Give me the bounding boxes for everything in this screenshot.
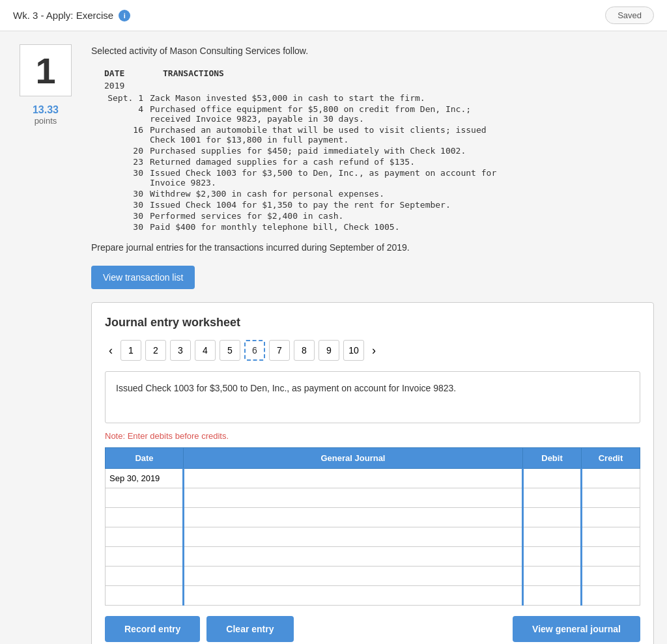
year-row: 2019 [104,81,654,91]
journal-debit-input[interactable] [524,488,580,507]
view-transaction-list-button[interactable]: View transaction list [91,266,195,289]
journal-date-input[interactable] [106,469,182,488]
page-button-2[interactable]: 2 [145,340,166,361]
journal-date-cell[interactable] [106,508,184,527]
journal-entry-input[interactable] [184,586,522,605]
page-button-6[interactable]: 6 [244,340,265,361]
journal-entry-cell[interactable] [184,567,523,586]
journal-debit-cell[interactable] [523,547,582,567]
trans-date: 20 [104,146,143,156]
journal-date-input[interactable] [106,586,182,605]
journal-date-cell[interactable] [106,527,184,547]
journal-date-cell[interactable] [106,586,184,606]
trans-date: 30 [104,222,143,232]
journal-entry-input[interactable] [184,488,522,507]
journal-credit-cell[interactable] [582,567,640,586]
transaction-row: 30Performed services for $2,400 in cash. [104,211,654,221]
page-button-7[interactable]: 7 [269,340,290,361]
journal-debit-input[interactable] [524,469,580,488]
col-transactions-header: TRANSACTIONS [163,68,224,78]
trans-date: 4 [104,104,143,124]
journal-debit-cell[interactable] [523,488,582,508]
journal-credit-cell[interactable] [582,508,640,527]
page-button-1[interactable]: 1 [121,340,141,361]
question-number: 1 [35,49,55,92]
journal-credit-input[interactable] [582,586,640,605]
page-button-4[interactable]: 4 [195,340,216,361]
journal-debit-cell[interactable] [523,567,582,586]
page-button-3[interactable]: 3 [170,340,191,361]
clear-entry-button[interactable]: Clear entry [206,616,293,642]
journal-entry-cell[interactable] [184,527,523,547]
journal-entry-cell[interactable] [184,547,523,567]
journal-debit-cell[interactable] [523,586,582,606]
trans-desc: Issued Check 1004 for $1,350 to pay the … [150,200,515,210]
page-button-8[interactable]: 8 [294,340,315,361]
page-button-9[interactable]: 9 [319,340,339,361]
journal-entry-input[interactable] [184,567,522,585]
journal-credit-cell[interactable] [582,547,640,567]
right-content: Selected activity of Mason Consulting Se… [91,44,654,644]
pagination: ‹ 12345678910 › [105,340,640,361]
journal-date-input[interactable] [106,527,182,546]
page-button-5[interactable]: 5 [220,340,240,361]
transaction-row: 30Paid $400 for monthly telephone bill, … [104,222,654,232]
table-row [106,469,640,488]
trans-desc: Withdrew $2,300 in cash for personal exp… [150,189,515,199]
journal-credit-cell[interactable] [582,469,640,488]
journal-debit-cell[interactable] [523,527,582,547]
journal-date-input[interactable] [106,488,182,507]
trans-desc: Paid $400 for monthly telephone bill, Ch… [150,222,515,232]
journal-debit-input[interactable] [524,586,580,605]
transactions-table: DATE TRANSACTIONS 2019 Sept. 1Zack Mason… [104,68,654,232]
journal-credit-cell[interactable] [582,527,640,547]
journal-entry-input[interactable] [184,547,522,566]
journal-credit-input[interactable] [582,469,640,488]
trans-desc: Returned damaged supplies for a cash ref… [150,157,515,167]
view-general-journal-button[interactable]: View general journal [513,616,640,642]
journal-date-input[interactable] [106,547,182,566]
trans-desc: Purchased office equipment for $5,800 on… [150,104,515,124]
journal-date-cell[interactable] [106,488,184,508]
journal-debit-cell[interactable] [523,469,582,488]
journal-entry-cell[interactable] [184,508,523,527]
journal-credit-input[interactable] [582,547,640,566]
transaction-rows-container: Sept. 1Zack Mason invested $53,000 in ca… [104,93,654,232]
journal-entry-input[interactable] [184,508,522,527]
journal-credit-input[interactable] [582,567,640,585]
next-page-button[interactable]: › [368,343,380,359]
journal-credit-input[interactable] [582,527,640,546]
trans-desc: Purchased an automobile that will be use… [150,125,515,145]
journal-debit-input[interactable] [524,508,580,527]
journal-debit-input[interactable] [524,567,580,585]
trans-date: 16 [104,125,143,145]
prev-page-button[interactable]: ‹ [105,343,117,359]
page-button-10[interactable]: 10 [343,340,364,361]
journal-entry-input[interactable] [184,527,522,546]
journal-entry-cell[interactable] [184,586,523,606]
trans-desc: Issued Check 1003 for $3,500 to Den, Inc… [150,168,515,188]
saved-button[interactable]: Saved [605,7,654,24]
trans-date: 23 [104,157,143,167]
journal-date-cell[interactable] [106,567,184,586]
journal-credit-input[interactable] [582,508,640,527]
journal-debit-cell[interactable] [523,508,582,527]
table-row [106,547,640,567]
journal-entry-cell[interactable] [184,488,523,508]
journal-entry-cell[interactable] [184,469,523,488]
points-value: 13.33 [33,104,59,116]
journal-debit-input[interactable] [524,527,580,546]
journal-date-cell[interactable] [106,547,184,567]
journal-credit-cell[interactable] [582,488,640,508]
journal-table: Date General Journal Debit Credit [105,447,640,606]
journal-entry-input[interactable] [184,469,522,488]
record-entry-button[interactable]: Record entry [105,616,200,642]
journal-credit-input[interactable] [582,488,640,507]
journal-date-input[interactable] [106,508,182,527]
info-icon[interactable]: i [119,10,130,21]
journal-debit-input[interactable] [524,547,580,566]
journal-credit-cell[interactable] [582,586,640,606]
top-bar-left: Wk. 3 - Apply: Exercise i [13,10,130,21]
journal-date-cell[interactable] [106,469,184,488]
journal-date-input[interactable] [106,567,182,585]
